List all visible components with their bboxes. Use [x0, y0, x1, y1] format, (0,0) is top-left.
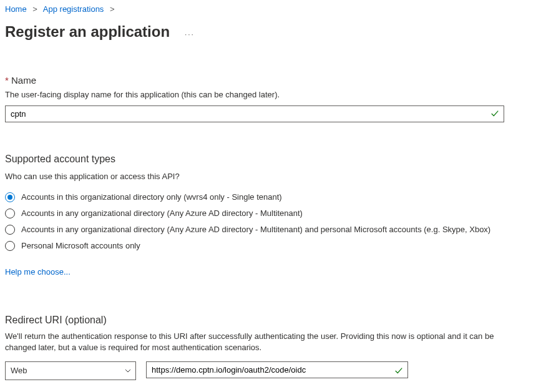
breadcrumb-sep: > — [110, 4, 115, 14]
supported-sub: Who can use this application or access t… — [5, 171, 546, 182]
platform-dropdown[interactable]: Web — [5, 361, 136, 380]
name-label-text: Name — [11, 75, 36, 86]
redirect-title: Redirect URI (optional) — [5, 313, 546, 327]
breadcrumb-app-registrations[interactable]: App registrations — [43, 4, 104, 14]
radio-icon — [5, 208, 15, 218]
checkmark-icon — [490, 109, 499, 118]
radio-icon — [5, 225, 15, 235]
name-label: * Name — [5, 74, 546, 87]
supported-title: Supported account types — [5, 152, 546, 166]
radio-label: Accounts in this organizational director… — [21, 192, 282, 203]
required-indicator: * — [5, 75, 9, 86]
account-type-option-multitenant[interactable]: Accounts in any organizational directory… — [5, 208, 546, 219]
help-me-choose-link[interactable]: Help me choose... — [5, 267, 71, 278]
platform-selected: Web — [11, 366, 27, 375]
radio-label: Accounts in any organizational directory… — [21, 224, 490, 235]
account-type-option-single-tenant[interactable]: Accounts in this organizational director… — [5, 192, 546, 203]
account-type-option-personal[interactable]: Personal Microsoft accounts only — [5, 240, 546, 252]
radio-icon — [5, 241, 15, 251]
name-input[interactable] — [5, 105, 504, 122]
redirect-description: We'll return the authentication response… — [5, 331, 504, 353]
radio-label: Accounts in any organizational directory… — [21, 208, 303, 219]
account-type-option-multitenant-personal[interactable]: Accounts in any organizational directory… — [5, 224, 546, 235]
radio-icon — [5, 192, 15, 202]
breadcrumb: Home > App registrations > — [5, 4, 546, 17]
radio-label: Personal Microsoft accounts only — [21, 240, 140, 252]
breadcrumb-sep: > — [32, 4, 37, 14]
chevron-down-icon — [124, 367, 132, 375]
breadcrumb-home[interactable]: Home — [5, 4, 27, 14]
checkmark-icon — [394, 366, 403, 375]
name-description: The user-facing display name for this ap… — [5, 89, 546, 100]
page-title: Register an application — [5, 21, 170, 42]
more-actions-icon[interactable]: ··· — [185, 29, 195, 40]
redirect-uri-input[interactable] — [146, 361, 408, 378]
